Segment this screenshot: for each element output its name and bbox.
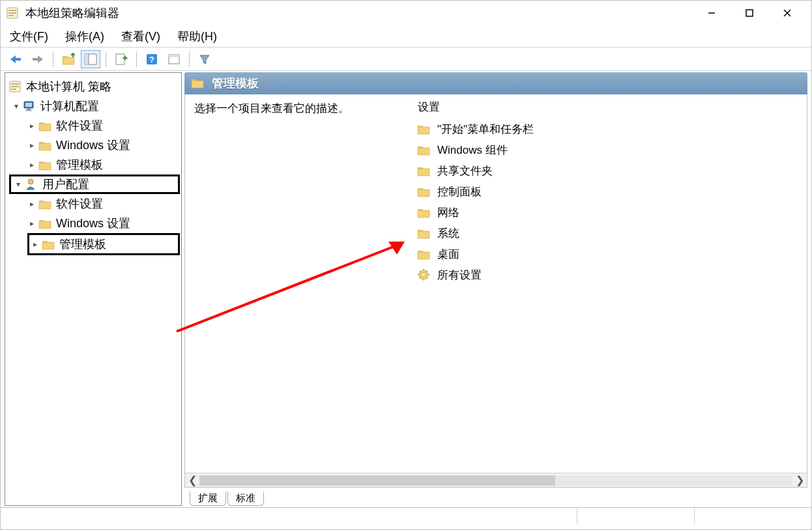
list-item-label: 控制面板 [437,184,482,199]
tree-software-settings[interactable]: ▸ 软件设置 [7,194,180,214]
settings-header: 设置 [411,98,805,116]
svg-text:?: ? [149,55,154,64]
svg-rect-12 [746,10,753,16]
list-item-label: 桌面 [437,247,459,262]
list-item-windows-components[interactable]: Windows 组件 [411,139,805,160]
properties-button[interactable] [164,50,184,68]
back-button[interactable] [6,50,25,68]
list-item-label: "开始"菜单和任务栏 [437,122,534,137]
list-item-label: 系统 [437,226,459,241]
svg-rect-18 [85,54,89,64]
tree-admin-templates-selected[interactable]: ▸ 管理模板 [27,233,180,255]
tree-panel[interactable]: 本地计算机 策略 ▾ 计算机配置 ▸ 软件设置 ▸ Windows 设置 ▸ 管… [5,72,182,506]
folder-icon [38,158,52,172]
caret-right-icon[interactable]: ▸ [26,139,38,151]
list-item-label: 共享文件夹 [437,163,493,178]
svg-rect-24 [169,55,179,57]
caret-right-icon[interactable]: ▸ [29,238,41,250]
svg-rect-16 [33,58,39,61]
scroll-track[interactable] [199,475,792,486]
horizontal-scrollbar[interactable]: ❮ ❯ [185,473,807,487]
caret-right-icon[interactable]: ▸ [26,120,38,132]
app-icon [6,7,19,20]
caret-right-icon[interactable]: ▸ [26,217,38,229]
tree-software-settings[interactable]: ▸ 软件设置 [7,116,180,135]
tree-computer-config[interactable]: ▾ 计算机配置 [7,96,180,116]
toolbar-separator [106,51,106,67]
tree-root[interactable]: 本地计算机 策略 [7,77,180,96]
maximize-button[interactable] [731,3,768,23]
folder-icon [416,163,431,178]
folder-icon [41,237,55,251]
tree-label: Windows 设置 [56,137,130,153]
list-item-label: 所有设置 [437,268,482,283]
tab-extended[interactable]: 扩展 [190,492,226,506]
menu-view[interactable]: 查看(V) [117,27,164,46]
up-button[interactable] [59,50,78,68]
tree-label: 管理模板 [59,236,106,252]
list-item-all-settings[interactable]: 所有设置 [411,264,805,285]
tree-label: 计算机配置 [40,98,99,114]
computer-icon [22,99,36,113]
svg-rect-15 [14,58,21,61]
tree-admin-templates[interactable]: ▸ 管理模板 [7,155,180,174]
folder-icon [38,138,52,152]
folder-icon [416,205,431,219]
caret-down-icon[interactable]: ▾ [12,178,24,190]
tree-label: 软件设置 [56,118,103,133]
tabs-row: 扩展 标准 [184,488,807,506]
folder-icon [416,247,431,261]
folder-icon [416,226,431,240]
list-item-control-panel[interactable]: 控制面板 [411,181,805,202]
folder-icon [38,119,52,133]
list-item-network[interactable]: 网络 [411,202,805,223]
folder-icon [38,197,52,211]
minimize-button[interactable] [693,3,731,23]
tree-windows-settings[interactable]: ▸ Windows 设置 [7,214,180,233]
scroll-left-button[interactable]: ❮ [185,473,199,488]
tree-windows-settings[interactable]: ▸ Windows 设置 [7,135,180,155]
filter-button[interactable] [195,50,214,68]
tree-label: 管理模板 [56,157,103,173]
menu-action[interactable]: 操作(A) [61,27,108,46]
window-title: 本地组策略编辑器 [25,5,693,21]
folder-icon [38,216,52,230]
toolbar-separator [53,51,53,67]
folder-icon [191,76,205,91]
toolbar-separator [136,51,137,67]
description-text: 选择一个项目来查看它的描述。 [194,102,349,115]
caret-down-icon[interactable]: ▾ [10,100,22,112]
help-button[interactable]: ? [142,50,162,68]
settings-column: 设置 "开始"菜单和任务栏 Windows 组件 共享文件夹 控制面板 [410,94,807,487]
tab-standard[interactable]: 标准 [227,492,264,506]
menu-file[interactable]: 文件(F) [6,27,52,46]
user-icon [24,177,38,191]
scroll-thumb[interactable] [199,475,555,486]
toolbar: ? [1,48,811,71]
list-item-shared-folders[interactable]: 共享文件夹 [411,160,805,181]
svg-rect-20 [116,54,124,64]
details-header: 管理模板 [184,72,807,94]
scroll-right-button[interactable]: ❯ [792,473,807,488]
gpedit-icon [8,79,22,94]
export-list-button[interactable] [111,50,131,68]
tree-label: 软件设置 [56,196,103,212]
list-item-system[interactable]: 系统 [411,223,805,244]
show-hide-tree-button[interactable] [81,50,100,68]
caret-right-icon[interactable]: ▸ [26,198,38,210]
list-item-label: 网络 [437,205,459,220]
tree-label: 用户配置 [42,176,89,192]
list-item-desktop[interactable]: 桌面 [411,244,805,264]
details-panel: 管理模板 选择一个项目来查看它的描述。 设置 "开始"菜单和任务栏 Window… [184,72,807,506]
titlebar: 本地组策略编辑器 [1,1,811,25]
menu-help[interactable]: 帮助(H) [173,27,221,46]
list-item-start-menu[interactable]: "开始"菜单和任务栏 [411,119,805,139]
folder-icon [416,184,431,199]
forward-button[interactable] [28,50,48,68]
folder-icon [416,122,431,136]
tree-user-config[interactable]: ▾ 用户配置 [9,174,180,194]
close-button[interactable] [768,3,806,23]
caret-right-icon[interactable]: ▸ [26,159,38,171]
statusbar [1,507,811,524]
list-item-label: Windows 组件 [437,143,508,158]
